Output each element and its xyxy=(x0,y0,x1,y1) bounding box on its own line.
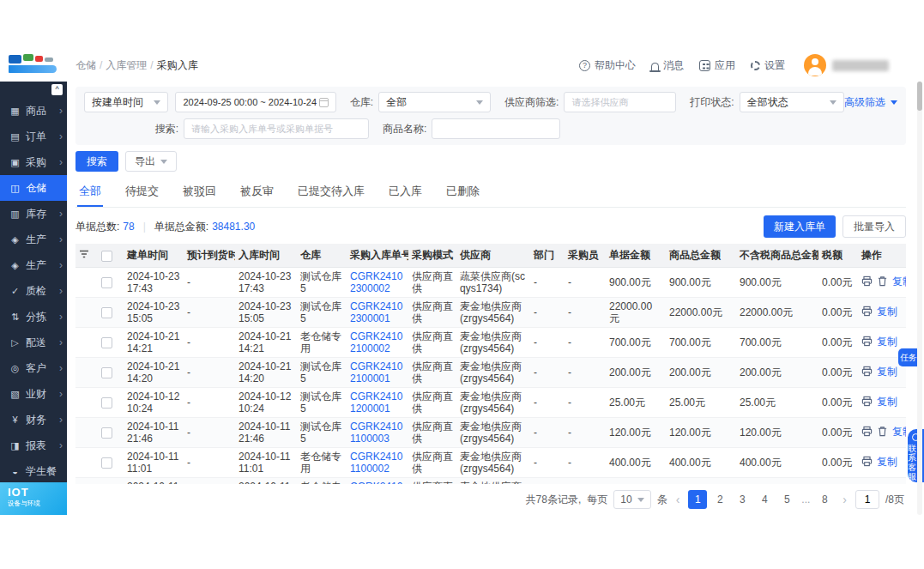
order-search-input[interactable] xyxy=(184,118,369,139)
sidebar-item-bizfin[interactable]: ▧业财› xyxy=(0,381,67,407)
user-area[interactable] xyxy=(804,54,889,76)
tab-2[interactable]: 被驳回 xyxy=(181,179,218,207)
create-inbound-button[interactable]: 新建入库单 xyxy=(764,215,836,238)
copy-link[interactable]: 复制 xyxy=(877,306,897,318)
print-icon[interactable] xyxy=(861,456,873,469)
cell-created: 2024-10-11 11:01 xyxy=(124,448,184,478)
print-icon[interactable] xyxy=(861,396,873,409)
cell-mode: 供应商直供 xyxy=(408,448,456,478)
pagination-page-2[interactable]: 2 xyxy=(710,490,729,509)
order-no-link[interactable]: CGRK24102100002 xyxy=(350,330,402,354)
avatar[interactable] xyxy=(804,54,826,76)
copy-link[interactable]: 复制 xyxy=(892,426,906,438)
column-settings-icon[interactable] xyxy=(75,244,98,268)
row-checkbox[interactable] xyxy=(101,457,112,469)
pagination-page-3[interactable]: 3 xyxy=(733,490,752,509)
tab-3[interactable]: 被反审 xyxy=(239,179,275,207)
total-records: 共78条记录, xyxy=(526,493,582,507)
breadcrumb-item[interactable]: 仓储 xyxy=(75,59,96,71)
sidebar-item-sorting[interactable]: ⇅分拣› xyxy=(0,304,67,330)
tab-4[interactable]: 已提交待入库 xyxy=(296,179,366,207)
print-status-select[interactable]: 全部状态 xyxy=(740,92,844,112)
export-button[interactable]: 导出 xyxy=(125,151,177,172)
topbar-action-settings[interactable]: 设置 xyxy=(751,58,785,73)
date-range-input[interactable] xyxy=(175,92,335,112)
tab-1[interactable]: 待提交 xyxy=(124,179,160,207)
delete-icon[interactable] xyxy=(877,426,888,439)
row-checkbox[interactable] xyxy=(101,427,112,439)
copy-link[interactable]: 复制 xyxy=(877,456,897,468)
cell-buyer: - xyxy=(565,328,606,358)
batch-import-button[interactable]: 批量导入 xyxy=(842,215,906,238)
time-type-select[interactable]: 按建单时间 xyxy=(84,92,168,112)
row-checkbox[interactable] xyxy=(101,367,112,378)
delete-icon[interactable] xyxy=(877,275,888,289)
per-page-select[interactable]: 10 xyxy=(613,490,650,509)
cell-tax: 0.00元 xyxy=(818,478,858,485)
row-checkbox[interactable] xyxy=(101,307,112,318)
print-icon[interactable] xyxy=(861,426,873,439)
copy-link[interactable]: 复制 xyxy=(892,275,906,288)
row-checkbox[interactable] xyxy=(101,337,112,348)
scrollbar-thumb[interactable] xyxy=(917,82,922,111)
copy-link[interactable]: 复制 xyxy=(877,396,897,408)
sidebar-item-reports[interactable]: ◨报表› xyxy=(0,433,67,458)
cell-amount: 0.00元 xyxy=(606,478,666,485)
sidebar-item-customers[interactable]: ◎客户› xyxy=(0,355,67,381)
sidebar-item-finance[interactable]: ¥财务› xyxy=(0,407,67,433)
task-float-button[interactable]: 任务 xyxy=(898,348,919,366)
pagination-page-1[interactable]: 1 xyxy=(688,490,707,509)
page-jump-input[interactable] xyxy=(855,490,879,509)
row-checkbox[interactable] xyxy=(101,397,112,409)
sidebar-collapse-button[interactable]: ^ xyxy=(51,84,63,95)
sidebar-item-purchase[interactable]: ▣采购› xyxy=(0,149,67,175)
sidebar-item-delivery[interactable]: ▷配送› xyxy=(0,330,67,355)
print-icon[interactable] xyxy=(861,275,873,289)
topbar-action-messages[interactable]: 消息 xyxy=(651,58,684,73)
topbar-action-help[interactable]: 帮助中心 xyxy=(579,58,636,73)
tab-5[interactable]: 已入库 xyxy=(387,179,424,207)
breadcrumb-item[interactable]: 入库管理 xyxy=(106,59,147,71)
print-icon[interactable] xyxy=(861,336,873,349)
next-page-button[interactable]: › xyxy=(840,493,849,506)
select-all-checkbox[interactable] xyxy=(98,244,124,268)
tab-6[interactable]: 已删除 xyxy=(444,179,481,207)
print-icon[interactable] xyxy=(861,306,873,319)
order-no-link[interactable]: CGRK24101200001 xyxy=(350,390,402,415)
print-icon[interactable] xyxy=(861,366,873,379)
product-name-input[interactable] xyxy=(432,118,560,139)
pagination-page-8[interactable]: 8 xyxy=(815,490,834,509)
copy-link[interactable]: 复制 xyxy=(877,336,897,348)
search-button[interactable]: 搜索 xyxy=(75,151,118,172)
sidebar-item-production-1[interactable]: ◈生产› xyxy=(0,227,67,252)
cell-buyer: - xyxy=(565,358,606,388)
sidebar-item-goods[interactable]: ▦商品› xyxy=(0,98,67,124)
column-header: 预计到货时间 xyxy=(184,244,235,268)
page-scrollbar[interactable] xyxy=(917,82,922,515)
sidebar-item-qc[interactable]: ✓质检› xyxy=(0,278,67,304)
prev-page-button[interactable]: ‹ xyxy=(673,493,683,506)
sidebar-item-warehouse[interactable]: ◫仓储 xyxy=(0,175,67,201)
pagination-page-5[interactable]: 5 xyxy=(777,490,796,509)
copy-link[interactable]: 复制 xyxy=(877,366,897,378)
order-no-link[interactable]: CGRK24101100003 xyxy=(350,421,402,445)
order-no-link[interactable]: CGRK24101100002 xyxy=(350,451,402,475)
order-no-link[interactable]: CGRK24102300002 xyxy=(350,270,402,294)
sidebar-item-student-meal[interactable]: ◒学生餐 xyxy=(0,458,67,484)
warehouse-select[interactable]: 全部 xyxy=(378,92,491,112)
tab-0[interactable]: 全部 xyxy=(77,179,103,207)
sidebar-item-orders[interactable]: ▤订单› xyxy=(0,124,67,149)
sidebar-item-inventory[interactable]: ▥库存› xyxy=(0,201,67,227)
cell-goods-total: 25.00元 xyxy=(666,388,736,418)
column-header: 采购入库单号 xyxy=(347,244,408,268)
delivery-icon: ▷ xyxy=(9,337,21,348)
pagination-page-4[interactable]: 4 xyxy=(755,490,774,509)
advanced-filter-link[interactable]: 高级筛选 xyxy=(844,95,897,110)
order-no-link[interactable]: CGRK24102100001 xyxy=(350,360,402,384)
supplier-filter-input[interactable] xyxy=(564,92,676,112)
cell-tax: 0.00元 xyxy=(818,268,858,298)
topbar-action-apps[interactable]: 应用 xyxy=(699,58,735,73)
row-checkbox[interactable] xyxy=(101,277,112,288)
sidebar-item-production-2[interactable]: ◈生产› xyxy=(0,252,67,278)
order-no-link[interactable]: CGRK24102300001 xyxy=(350,300,402,324)
